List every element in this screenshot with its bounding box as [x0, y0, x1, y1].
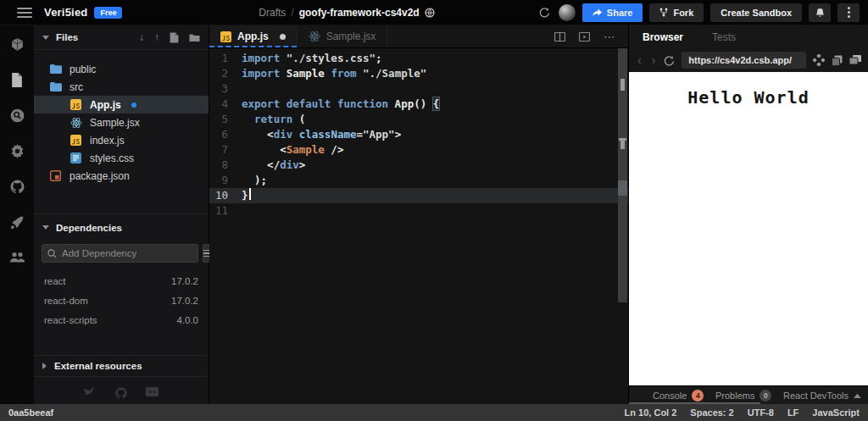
chat-icon[interactable]	[146, 387, 159, 399]
github-icon[interactable]	[8, 178, 25, 195]
file-item-index-js[interactable]: index.js	[34, 131, 209, 149]
file-label: src	[70, 81, 83, 93]
notifications-button[interactable]	[809, 3, 831, 22]
fork-button[interactable]: Fork	[649, 3, 704, 22]
line-number: 7	[209, 142, 242, 158]
react-devtools-tab[interactable]: React DevTools	[783, 391, 849, 401]
code-line-2[interactable]: 2import Sample from "./Sample"	[209, 66, 628, 81]
ruler-current-line-marker	[618, 180, 627, 196]
tab-browser[interactable]: Browser	[643, 31, 683, 43]
menu-icon[interactable]	[17, 8, 32, 18]
topbar-actions: Share Fork Create Sandbox	[537, 3, 860, 22]
console-count-badge[interactable]: 4	[692, 390, 704, 402]
folder-file-icon	[49, 64, 62, 74]
add-dependency-input[interactable]	[62, 248, 192, 258]
console-tab[interactable]: Console	[653, 391, 687, 401]
fork-icon	[659, 8, 668, 17]
status-item-3[interactable]: LF	[787, 407, 798, 418]
dependency-react-scripts[interactable]: react-scripts4.0.0	[34, 310, 209, 330]
sandbox-info-icon[interactable]	[8, 36, 25, 53]
live-collaboration-icon[interactable]	[8, 249, 25, 266]
file-item-package-json[interactable]: package.json	[34, 167, 209, 185]
line-number: 5	[209, 112, 242, 127]
upload-files-icon[interactable]: ↑	[154, 31, 159, 43]
modified-dot	[131, 102, 136, 108]
file-item-app-js[interactable]: App.js	[34, 96, 209, 114]
file-item-sample-jsx[interactable]: Sample.jsx	[34, 114, 209, 131]
forward-icon[interactable]: ›	[650, 54, 658, 66]
add-dependency-field[interactable]	[42, 244, 198, 263]
new-file-icon[interactable]	[170, 32, 179, 43]
dependency-name: react-dom	[44, 296, 88, 306]
duplicate-preview-icon[interactable]	[849, 55, 861, 65]
code-line-3[interactable]: 3	[209, 81, 628, 97]
status-item-4[interactable]: JavaScript	[812, 407, 860, 418]
dependency-version: 17.0.2	[171, 296, 198, 306]
external-resources-header[interactable]: External resources	[34, 355, 209, 377]
dependency-react-dom[interactable]: react-dom17.0.2	[34, 291, 209, 310]
refresh-status-icon[interactable]	[537, 5, 552, 19]
sandbox-title[interactable]: goofy-framework-cs4v2d	[299, 7, 420, 19]
js-file-icon	[70, 135, 82, 146]
dependency-react[interactable]: react17.0.2	[34, 271, 209, 291]
preview-window-icon[interactable]	[579, 32, 590, 42]
code-line-6[interactable]: 6 <div className="App">	[209, 127, 628, 142]
chevron-down-icon[interactable]	[42, 36, 49, 40]
preview-text: Hello World	[687, 87, 809, 108]
user-avatar[interactable]	[559, 4, 576, 21]
share-button[interactable]: Share	[582, 3, 643, 22]
privacy-globe-icon[interactable]	[425, 8, 435, 18]
url-input[interactable]	[688, 55, 799, 65]
editor-more-icon[interactable]: ⋯	[604, 32, 616, 41]
github-icon[interactable]	[115, 387, 127, 399]
tab-tests[interactable]: Tests	[712, 31, 736, 43]
export-zip-icon[interactable]: ↓	[139, 31, 144, 43]
breadcrumb-parent[interactable]: Drafts	[259, 7, 286, 19]
status-item-1[interactable]: Spaces: 2	[690, 407, 733, 418]
back-icon[interactable]: ‹	[636, 54, 643, 66]
create-sandbox-button[interactable]: Create Sandbox	[710, 3, 802, 22]
code-line-5[interactable]: 5 return (	[209, 112, 628, 127]
code-line-7[interactable]: 7 <Sample />	[209, 142, 628, 158]
code-line-1[interactable]: 1import "./styles.css";	[209, 51, 628, 66]
status-item-0[interactable]: Ln 10, Col 2	[625, 407, 677, 418]
deployment-rocket-icon[interactable]	[8, 213, 25, 230]
dependency-name: react	[44, 276, 66, 286]
dependency-name: react-scripts	[44, 315, 97, 325]
file-item-src[interactable]: src	[34, 78, 209, 96]
open-in-new-window-icon[interactable]	[832, 55, 843, 66]
dependencies-header[interactable]: Dependencies	[34, 213, 209, 241]
ruler-marker	[620, 138, 625, 149]
add-dependency-row	[34, 241, 209, 263]
problems-tab[interactable]: Problems	[715, 391, 754, 401]
file-explorer-icon[interactable]	[8, 71, 25, 88]
editor-tab-app-js[interactable]: App.js	[209, 25, 298, 47]
twitter-icon[interactable]	[84, 387, 97, 399]
split-view-icon[interactable]	[554, 32, 565, 42]
responsive-mode-icon[interactable]	[813, 54, 825, 66]
settings-gear-icon[interactable]	[8, 142, 25, 159]
code-line-11[interactable]: 11	[209, 203, 628, 219]
code-line-9[interactable]: 9 );	[209, 173, 628, 188]
new-folder-icon[interactable]	[189, 33, 200, 42]
more-options-button[interactable]	[837, 3, 860, 22]
file-item-styles-css[interactable]: styles.css	[34, 149, 209, 167]
status-item-2[interactable]: UTF-8	[748, 407, 774, 418]
unsaved-dot[interactable]	[280, 34, 286, 40]
code-line-8[interactable]: 8 </div>	[209, 158, 628, 173]
file-item-public[interactable]: public	[34, 60, 209, 78]
console-scrollbar[interactable]	[629, 402, 760, 404]
editor-tab-sample-jsx[interactable]: Sample.jsx	[298, 25, 388, 47]
code-line-10[interactable]: 10}	[209, 188, 628, 203]
expand-console-icon[interactable]: ▲	[851, 391, 863, 400]
url-bar[interactable]	[682, 52, 806, 69]
line-content: import "./styles.css";	[242, 51, 382, 66]
code-line-4[interactable]: 4export default function App() {	[209, 97, 628, 112]
code-area[interactable]: 1import "./styles.css";2import Sample fr…	[209, 48, 628, 404]
problems-count-badge[interactable]: 0	[760, 390, 771, 402]
dependency-version: 17.0.2	[171, 276, 198, 286]
search-icon[interactable]	[8, 107, 25, 124]
refresh-icon[interactable]	[664, 55, 675, 66]
line-number: 9	[209, 173, 242, 188]
overview-ruler[interactable]	[618, 48, 627, 302]
